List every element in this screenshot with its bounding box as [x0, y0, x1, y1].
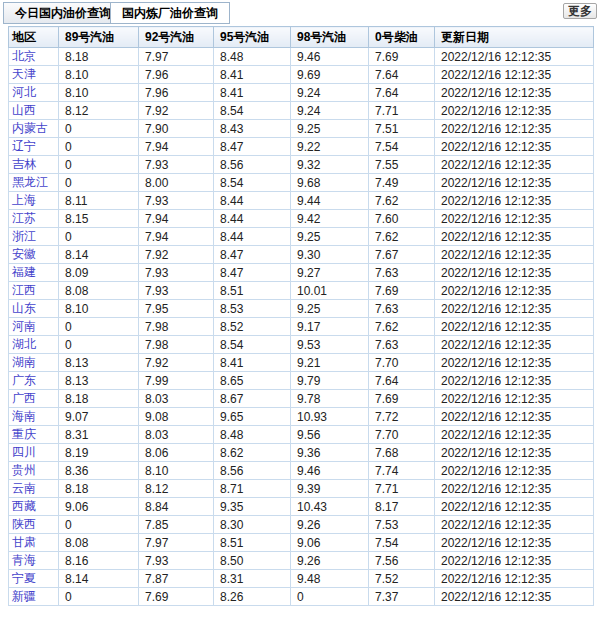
table-row: 辽宁 0 7.94 8.47 9.22 7.54 2022/12/16 12:1… [9, 138, 594, 156]
table-row: 青海 8.16 7.93 8.50 9.26 7.56 2022/12/16 1… [9, 552, 594, 570]
table-row: 山西 8.12 7.92 8.54 9.24 7.71 2022/12/16 1… [9, 102, 594, 120]
price-92-cell: 7.99 [139, 372, 214, 390]
tab-today-domestic-oil-price[interactable]: 今日国内油价查询 [3, 2, 123, 24]
price-98-cell: 9.24 [291, 84, 369, 102]
region-link[interactable]: 江苏 [12, 211, 36, 225]
price-98-cell: 9.69 [291, 66, 369, 84]
update-date-cell: 2022/12/16 12:12:35 [435, 318, 594, 336]
region-link[interactable]: 湖南 [12, 355, 36, 369]
region-cell: 新疆 [9, 588, 59, 606]
table-row: 安徽 8.14 7.92 8.47 9.30 7.67 2022/12/16 1… [9, 246, 594, 264]
region-link[interactable]: 四川 [12, 445, 36, 459]
region-link[interactable]: 重庆 [12, 427, 36, 441]
region-link[interactable]: 浙江 [12, 229, 36, 243]
region-link[interactable]: 辽宁 [12, 139, 36, 153]
price-92-cell: 7.90 [139, 120, 214, 138]
region-link[interactable]: 江西 [12, 283, 36, 297]
region-link[interactable]: 湖北 [12, 337, 36, 351]
region-link[interactable]: 黑龙江 [12, 175, 48, 189]
price-98-cell: 9.46 [291, 48, 369, 66]
more-button[interactable]: 更多 [563, 3, 597, 19]
region-link[interactable]: 广东 [12, 373, 36, 387]
table-row: 北京 8.18 7.97 8.48 9.46 7.69 2022/12/16 1… [9, 48, 594, 66]
region-link[interactable]: 青海 [12, 553, 36, 567]
price-92-cell: 8.84 [139, 498, 214, 516]
price-98-cell: 9.25 [291, 228, 369, 246]
price-89-cell: 8.11 [59, 192, 139, 210]
table-row: 甘肃 8.08 7.97 8.51 9.06 7.54 2022/12/16 1… [9, 534, 594, 552]
region-cell: 青海 [9, 552, 59, 570]
table-row: 山东 8.10 7.95 8.53 9.25 7.63 2022/12/16 1… [9, 300, 594, 318]
region-link[interactable]: 甘肃 [12, 535, 36, 549]
update-date-cell: 2022/12/16 12:12:35 [435, 390, 594, 408]
table-row: 广西 8.18 8.03 8.67 9.78 7.69 2022/12/16 1… [9, 390, 594, 408]
update-date-cell: 2022/12/16 12:12:35 [435, 156, 594, 174]
update-date-cell: 2022/12/16 12:12:35 [435, 192, 594, 210]
region-link[interactable]: 吉林 [12, 157, 36, 171]
update-date-cell: 2022/12/16 12:12:35 [435, 174, 594, 192]
region-link[interactable]: 福建 [12, 265, 36, 279]
update-date-cell: 2022/12/16 12:12:35 [435, 210, 594, 228]
region-cell: 福建 [9, 264, 59, 282]
region-link[interactable]: 云南 [12, 481, 36, 495]
price-92-cell: 7.92 [139, 246, 214, 264]
tab-domestic-refinery-oil-price[interactable]: 国内炼厂油价查询 [110, 2, 230, 24]
column-header-region: 地区 [9, 27, 59, 48]
table-row: 江西 8.08 7.93 8.51 10.01 7.69 2022/12/16 … [9, 282, 594, 300]
region-link[interactable]: 内蒙古 [12, 121, 48, 135]
region-cell: 北京 [9, 48, 59, 66]
table-row: 天津 8.10 7.96 8.41 9.69 7.64 2022/12/16 1… [9, 66, 594, 84]
price-92-cell: 7.93 [139, 192, 214, 210]
region-link[interactable]: 广西 [12, 391, 36, 405]
price-92-cell: 8.06 [139, 444, 214, 462]
price-diesel-cell: 7.71 [369, 102, 435, 120]
price-95-cell: 8.43 [214, 120, 291, 138]
price-92-cell: 7.96 [139, 66, 214, 84]
update-date-cell: 2022/12/16 12:12:35 [435, 498, 594, 516]
region-cell: 河南 [9, 318, 59, 336]
region-cell: 宁夏 [9, 570, 59, 588]
region-link[interactable]: 山东 [12, 301, 36, 315]
region-link[interactable]: 西藏 [12, 499, 36, 513]
price-95-cell: 8.71 [214, 480, 291, 498]
update-date-cell: 2022/12/16 12:12:35 [435, 336, 594, 354]
price-95-cell: 8.51 [214, 282, 291, 300]
region-link[interactable]: 天津 [12, 67, 36, 81]
price-diesel-cell: 7.64 [369, 372, 435, 390]
price-89-cell: 8.14 [59, 246, 139, 264]
price-diesel-cell: 7.63 [369, 336, 435, 354]
price-92-cell: 7.98 [139, 318, 214, 336]
region-cell: 山东 [9, 300, 59, 318]
region-link[interactable]: 安徽 [12, 247, 36, 261]
price-92-cell: 7.98 [139, 336, 214, 354]
price-89-cell: 0 [59, 516, 139, 534]
price-89-cell: 0 [59, 228, 139, 246]
region-link[interactable]: 贵州 [12, 463, 36, 477]
price-98-cell: 9.22 [291, 138, 369, 156]
region-link[interactable]: 河南 [12, 319, 36, 333]
update-date-cell: 2022/12/16 12:12:35 [435, 570, 594, 588]
region-link[interactable]: 山西 [12, 103, 36, 117]
price-98-cell: 9.06 [291, 534, 369, 552]
price-98-cell: 9.48 [291, 570, 369, 588]
region-link[interactable]: 陕西 [12, 517, 36, 531]
price-89-cell: 8.18 [59, 480, 139, 498]
price-95-cell: 8.47 [214, 138, 291, 156]
price-92-cell: 7.93 [139, 264, 214, 282]
table-row: 西藏 9.06 8.84 9.35 10.43 8.17 2022/12/16 … [9, 498, 594, 516]
region-link[interactable]: 宁夏 [12, 571, 36, 585]
price-95-cell: 8.44 [214, 192, 291, 210]
table-row: 上海 8.11 7.93 8.44 9.44 7.62 2022/12/16 1… [9, 192, 594, 210]
region-link[interactable]: 海南 [12, 409, 36, 423]
update-date-cell: 2022/12/16 12:12:35 [435, 138, 594, 156]
price-89-cell: 9.07 [59, 408, 139, 426]
price-89-cell: 0 [59, 156, 139, 174]
region-link[interactable]: 北京 [12, 49, 36, 63]
region-link[interactable]: 河北 [12, 85, 36, 99]
region-link[interactable]: 上海 [12, 193, 36, 207]
table-row: 吉林 0 7.93 8.56 9.32 7.55 2022/12/16 12:1… [9, 156, 594, 174]
region-link[interactable]: 新疆 [12, 589, 36, 603]
table-row: 重庆 8.31 8.03 8.48 9.56 7.70 2022/12/16 1… [9, 426, 594, 444]
price-89-cell: 8.12 [59, 102, 139, 120]
update-date-cell: 2022/12/16 12:12:35 [435, 120, 594, 138]
